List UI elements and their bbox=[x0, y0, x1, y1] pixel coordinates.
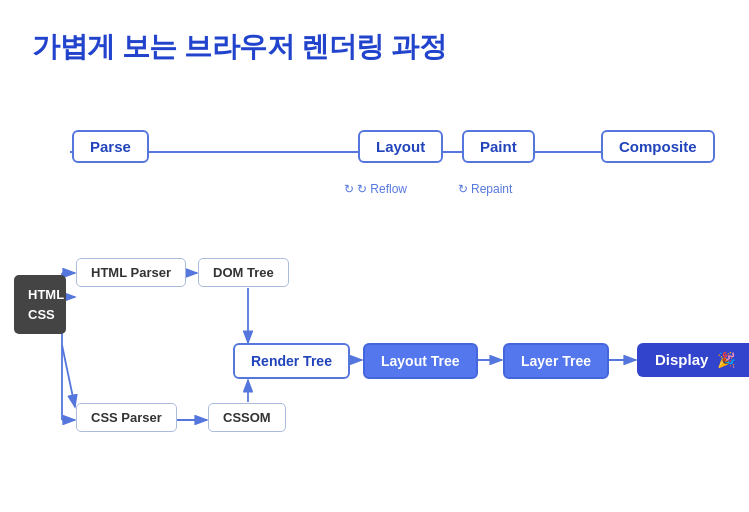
layout-tree-box: Layout Tree bbox=[363, 343, 478, 379]
source-box: HTML CSS bbox=[14, 275, 66, 334]
layer-tree-box: Layer Tree bbox=[503, 343, 609, 379]
pipeline-layout: Layout bbox=[358, 130, 443, 163]
render-tree-box: Render Tree bbox=[233, 343, 350, 379]
html-parser-box: HTML Parser bbox=[76, 258, 186, 287]
star-icon: 🎉 bbox=[717, 351, 736, 368]
cssom-box: CSSOM bbox=[208, 403, 286, 432]
pipeline-composite: Composite bbox=[601, 130, 715, 163]
css-parser-box: CSS Parser bbox=[76, 403, 177, 432]
pipeline-paint: Paint bbox=[462, 130, 535, 163]
page-title: 가볍게 보는 브라우저 렌더링 과정 bbox=[0, 0, 749, 66]
arrow-source-cssparser bbox=[62, 345, 75, 407]
reflow-label: ↻ ↻ Reflow bbox=[344, 182, 407, 196]
diagram-area: Parse Layout ↻ ↻ Reflow Paint ↻ Repaint … bbox=[0, 90, 749, 510]
dom-tree-box: DOM Tree bbox=[198, 258, 289, 287]
display-box: Display 🎉 bbox=[637, 343, 749, 377]
repaint-label: ↻ Repaint bbox=[458, 182, 512, 196]
pipeline-parse: Parse bbox=[72, 130, 149, 163]
